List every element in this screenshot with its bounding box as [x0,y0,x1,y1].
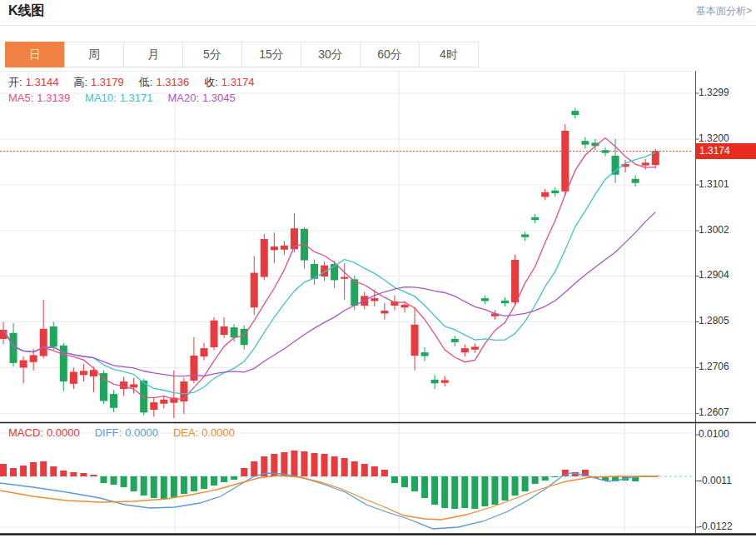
macd-info-bar: MACD:0.0000DIFF:0.0000DEA:0.0000 [8,426,250,439]
macd-axis-label-2: -0.0122 [699,521,733,532]
kline-page: K线图 基本面分析> 日周月5分15分30分60分4时 开:1.3144高:1.… [0,0,756,538]
ma-bar-item-0: MA5:1.3139 [8,92,73,104]
price-axis-label-6: 1.2706 [699,361,729,372]
ma-bar-item-2: MA20:1.3045 [167,92,238,104]
macd-axis-label-0: 0.0100 [699,428,729,440]
ma-info-bar: MA5:1.3139MA10:1.3171MA20:1.3045 [8,92,251,104]
price-axis-label-7: 1.2607 [699,406,729,418]
price-axis-label-1: 1.3200 [699,132,729,144]
price-axis-label-2: 1.3101 [699,178,729,190]
ohlc-bar-item-3: 收:1.3174 [204,76,257,88]
price-axis-label-3: 1.3002 [699,224,729,236]
diff-line [0,473,658,529]
price-axis-label-0: 1.3299 [699,87,729,98]
macd-info-item-1: DIFF:0.0000 [95,426,162,439]
ohlc-bar-item-1: 高:1.3179 [73,76,127,88]
ohlc-bar-item-2: 低:1.3136 [139,76,192,88]
macd-histogram [0,451,659,509]
macd-info-item-0: MACD:0.0000 [8,426,83,439]
axis-frame [0,71,756,535]
ma10-line [3,152,655,394]
price-axis-label-4: 1.2904 [699,269,729,281]
price-axis-label-5: 1.2805 [699,315,729,326]
ohlc-info-bar: 开:1.3144高:1.3179低:1.3136收:1.3174 [8,75,270,90]
macd-info-item-2: DEA:0.0000 [173,426,238,439]
ma-bar-item-1: MA10:1.3171 [85,92,156,104]
macd-axis-label-1: -0.0011 [699,475,732,486]
ma20-line [3,212,655,376]
candles [0,107,659,418]
ohlc-bar-item-0: 开:1.3144 [8,76,62,88]
current-price-tag: 1.3174 [696,143,756,159]
